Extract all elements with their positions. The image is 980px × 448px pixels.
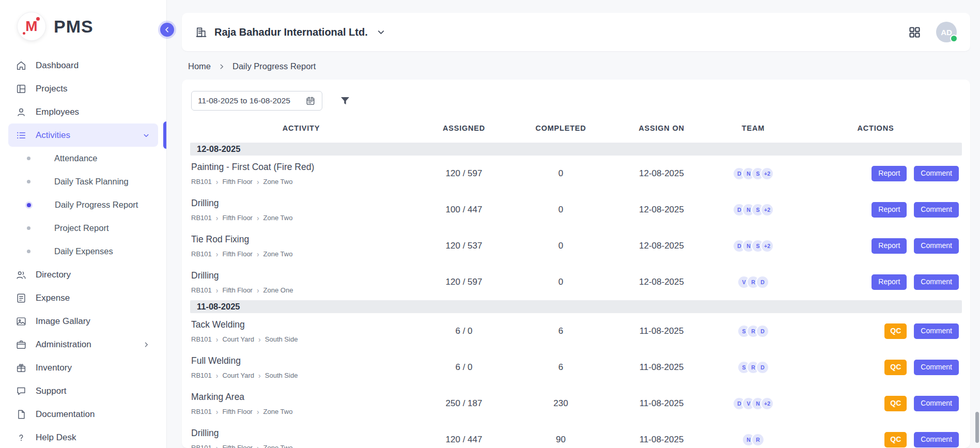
sidebar-subitem-daily-expenses[interactable]: Daily Expenses xyxy=(8,240,158,263)
bullet-icon xyxy=(27,226,30,230)
sidebar-item-dashboard[interactable]: Dashboard xyxy=(8,54,158,77)
activity-cell: DrillingRB101›Fifth Floor›Zone One xyxy=(190,270,412,294)
breadcrumb-home[interactable]: Home xyxy=(188,61,211,71)
qc-button[interactable]: QC xyxy=(884,360,907,375)
chevron-right-icon: › xyxy=(216,287,219,294)
help-icon xyxy=(15,432,27,443)
report-button[interactable]: Report xyxy=(872,202,907,217)
sidebar-item-label: Employees xyxy=(36,107,79,117)
company-name: Raja Bahadur International Ltd. xyxy=(214,26,368,38)
activity-title: Tack Welding xyxy=(191,319,412,330)
user-avatar[interactable]: AD xyxy=(936,22,957,42)
sidebar-collapse-button[interactable] xyxy=(160,23,174,37)
scrollbar[interactable] xyxy=(975,412,979,443)
sidebar-subitem-daily-progress-report[interactable]: Daily Progress Report xyxy=(8,193,158,217)
sidebar-item-employees[interactable]: Employees xyxy=(8,100,158,123)
comment-button[interactable]: Comment xyxy=(914,238,959,253)
main-area: Raja Bahadur International Ltd. AD Home … xyxy=(167,0,980,448)
assigned-value: 120 / 597 xyxy=(412,277,516,287)
comment-button[interactable]: Comment xyxy=(914,432,959,447)
chevron-right-icon: › xyxy=(216,178,219,186)
sidebar-item-help-desk[interactable]: Help Desk xyxy=(8,426,158,448)
sidebar-subitem-daily-task-planning[interactable]: Daily Task Planning xyxy=(8,170,158,193)
completed-value: 0 xyxy=(516,205,606,215)
date-range-input[interactable]: 11-08-2025 to 16-08-2025 xyxy=(191,91,322,111)
sidebar-item-expense[interactable]: Expense xyxy=(8,286,158,310)
sidebar-item-image-gallary[interactable]: Image Gallary xyxy=(8,310,158,333)
sidebar-item-directory[interactable]: Directory xyxy=(8,263,158,286)
team-more-badge[interactable]: +2 xyxy=(760,239,774,253)
sidebar-item-projects[interactable]: Projects xyxy=(8,77,158,100)
chevron-right-icon: › xyxy=(257,287,259,294)
qc-button[interactable]: QC xyxy=(884,432,907,447)
bullet-icon xyxy=(27,203,31,207)
chevron-right-icon: › xyxy=(216,251,219,258)
sidebar-subitem-project-report[interactable]: Project Report xyxy=(8,217,158,240)
dashboard-icon xyxy=(15,60,27,71)
qc-button[interactable]: QC xyxy=(884,396,907,411)
sidebar-item-support[interactable]: Support xyxy=(8,379,158,403)
team-more-badge[interactable]: +2 xyxy=(760,167,774,180)
team-more-badge[interactable]: +2 xyxy=(760,397,774,410)
activity-title: Painting - First Coat (Fire Red) xyxy=(191,162,412,173)
table-row: DrillingRB101›Fifth Floor›Zone Two120 / … xyxy=(190,422,962,448)
breadcrumb-current: Daily Progress Report xyxy=(232,61,316,71)
team-avatar[interactable]: D xyxy=(756,325,769,338)
path-segment: Zone Two xyxy=(263,444,293,448)
activity-path: RB101›Fifth Floor›Zone Two xyxy=(191,408,412,415)
path-segment: RB101 xyxy=(191,286,212,294)
comment-button[interactable]: Comment xyxy=(914,202,959,217)
sidebar-subitem-label: Daily Task Planning xyxy=(54,177,129,187)
report-button[interactable]: Report xyxy=(872,166,907,181)
row-actions: ReportComment xyxy=(789,238,962,253)
team-avatars: SRD xyxy=(717,361,789,374)
sidebar-item-inventory[interactable]: Inventory xyxy=(8,356,158,379)
team-avatar[interactable]: D xyxy=(756,275,769,289)
chevron-left-icon xyxy=(163,26,171,34)
activities-icon xyxy=(15,130,27,141)
activity-title: Drilling xyxy=(191,428,412,439)
app-logo[interactable]: M PMS xyxy=(0,4,166,48)
team-avatars: DVN+2 xyxy=(717,397,789,410)
table-row: DrillingRB101›Fifth Floor›Zone Two100 / … xyxy=(190,192,962,228)
team-more-badge[interactable]: +2 xyxy=(760,203,774,217)
report-button[interactable]: Report xyxy=(872,274,907,289)
sidebar-item-label: Projects xyxy=(36,84,67,94)
report-button[interactable]: Report xyxy=(872,238,907,253)
qc-button[interactable]: QC xyxy=(884,323,907,338)
comment-button[interactable]: Comment xyxy=(914,360,959,375)
comment-button[interactable]: Comment xyxy=(914,323,959,338)
chevron-right-icon: › xyxy=(257,408,259,415)
team-avatar[interactable]: D xyxy=(756,361,769,374)
assign-on-value: 12-08-2025 xyxy=(606,168,717,179)
path-segment: RB101 xyxy=(191,444,212,448)
completed-value: 6 xyxy=(516,326,606,336)
assign-on-value: 12-08-2025 xyxy=(606,277,717,287)
column-header-team: TEAM xyxy=(717,124,789,132)
comment-button[interactable]: Comment xyxy=(914,166,959,181)
completed-value: 6 xyxy=(516,362,606,373)
sidebar-item-documentation[interactable]: Documentation xyxy=(8,403,158,426)
sidebar-subitem-attendance[interactable]: Attendance xyxy=(8,147,158,170)
company-selector[interactable]: Raja Bahadur International Ltd. xyxy=(195,26,386,38)
comment-button[interactable]: Comment xyxy=(914,396,959,411)
path-segment: Fifth Floor xyxy=(222,250,253,258)
filter-icon xyxy=(339,95,351,107)
documentation-icon xyxy=(15,409,27,420)
activity-cell: DrillingRB101›Fifth Floor›Zone Two xyxy=(190,198,412,222)
sidebar-item-activities[interactable]: Activities xyxy=(8,123,158,147)
app-title: PMS xyxy=(54,17,94,37)
table-row: Full WeldingRB101›Court Yard›South Side6… xyxy=(190,349,962,385)
employees-icon xyxy=(15,106,27,118)
completed-value: 0 xyxy=(516,277,606,287)
sidebar-item-administration[interactable]: Administration xyxy=(8,333,158,356)
apps-grid-button[interactable] xyxy=(908,25,922,39)
filter-button[interactable] xyxy=(339,95,351,107)
chevron-right-icon: › xyxy=(216,444,219,448)
comment-button[interactable]: Comment xyxy=(914,274,959,289)
column-header-activity: ACTIVITY xyxy=(190,124,412,132)
sidebar-subitem-label: Daily Progress Report xyxy=(55,200,138,210)
chevron-down-icon xyxy=(142,131,151,140)
assign-on-value: 12-08-2025 xyxy=(606,205,717,215)
team-avatar[interactable]: R xyxy=(751,433,765,446)
